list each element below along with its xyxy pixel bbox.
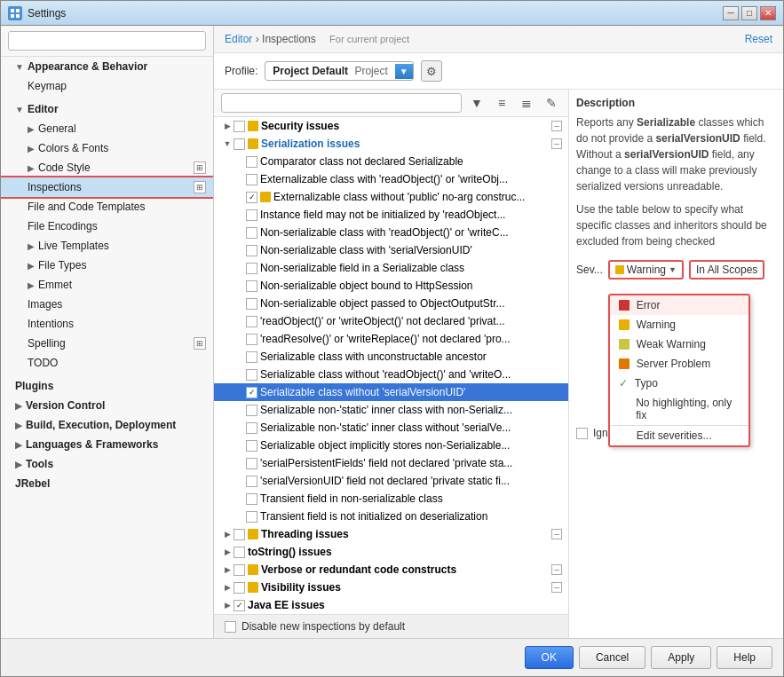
check-serialpersistent[interactable]	[246, 458, 257, 469]
tree-row-without-readwrite[interactable]: Serializable class without 'readObject()…	[214, 366, 568, 383]
check-nonseria-readobj[interactable]	[246, 227, 257, 239]
sidebar-search-input[interactable]	[8, 31, 206, 51]
expand-visibility[interactable]: ▶	[221, 581, 234, 594]
sidebar-item-images[interactable]: Images	[1, 295, 213, 314]
check-readresolve[interactable]	[246, 334, 257, 345]
tree-row-nonstatic-nonseria[interactable]: Serializable non-'static' inner class wi…	[214, 401, 568, 419]
sidebar-item-todo[interactable]: TODO	[1, 353, 213, 373]
sidebar-item-plugins[interactable]: Plugins	[1, 376, 213, 396]
check-threading[interactable]	[234, 529, 245, 540]
sidebar-item-jrebel[interactable]: JRebel	[1, 474, 213, 493]
dropdown-item-no-highlighting[interactable]: No highlighting, only fix	[610, 393, 748, 425]
sidebar-item-colors-fonts[interactable]: ▶ Colors & Fonts	[1, 138, 213, 158]
tree-row-nonseria-field[interactable]: Non-serializable field in a Serializable…	[214, 259, 568, 277]
sidebar-item-file-code-templates[interactable]: File and Code Templates	[1, 197, 213, 216]
check-nonstatic-nouid[interactable]	[246, 422, 257, 434]
tree-row-ext-readobj[interactable]: Externalizable class with 'readObject()'…	[214, 170, 568, 188]
severity-button[interactable]: Warning ▼	[608, 260, 684, 279]
profile-dropdown-arrow[interactable]: ▼	[395, 64, 413, 79]
tree-row-transient-nonseria[interactable]: Transient field in non-serializable clas…	[214, 490, 568, 508]
tree-row-serialization[interactable]: ▼ Serialization issues ─	[214, 135, 568, 153]
filter-button[interactable]: ▼	[467, 93, 487, 113]
check-httpsession[interactable]	[246, 280, 257, 292]
tree-row-javaee[interactable]: ▶ Java EE issues	[214, 596, 568, 614]
check-transient-noinit[interactable]	[246, 511, 257, 523]
check-nonseria-field[interactable]	[246, 263, 257, 274]
check-instance-field[interactable]	[246, 209, 257, 221]
dropdown-item-error[interactable]: Error	[610, 295, 748, 315]
sidebar-item-general[interactable]: ▶ General	[1, 119, 213, 138]
apply-button[interactable]: Apply	[651, 646, 711, 669]
tree-row-unconstructable[interactable]: Serializable class with unconstructable …	[214, 348, 568, 366]
tree-row-transient-noinit[interactable]: Transient field is not initialized on de…	[214, 508, 568, 525]
expand-threading[interactable]: ▶	[221, 528, 234, 540]
sidebar-item-file-types[interactable]: ▶ File Types	[1, 256, 213, 275]
sidebar-item-file-encodings[interactable]: File Encodings	[1, 216, 213, 236]
tree-row-ext-noarg[interactable]: Externalizable class without 'public' no…	[214, 188, 568, 206]
tree-row-instance-field[interactable]: Instance field may not be initialized by…	[214, 206, 568, 224]
profile-gear-button[interactable]: ⚙	[421, 60, 442, 82]
sidebar-item-intentions[interactable]: Intentions	[1, 314, 213, 334]
tree-row-visibility[interactable]: ▶ Visibility issues ─	[214, 579, 568, 596]
check-nonstatic-nonseria[interactable]	[246, 405, 257, 416]
check-without-readwrite[interactable]	[246, 369, 257, 381]
check-serialization[interactable]	[234, 138, 245, 150]
check-ext-readobj[interactable]	[246, 174, 257, 185]
sidebar-item-emmet[interactable]: ▶ Emmet	[1, 275, 213, 295]
close-button[interactable]: ✕	[760, 6, 776, 20]
check-verbose[interactable]	[234, 564, 245, 576]
cancel-button[interactable]: Cancel	[579, 646, 645, 669]
sidebar-item-editor[interactable]: ▼ Editor	[1, 99, 213, 119]
check-comparator[interactable]	[246, 156, 257, 168]
check-uid-private[interactable]	[246, 476, 257, 487]
check-javaee[interactable]	[234, 600, 245, 611]
disable-inspections-checkbox[interactable]	[225, 621, 236, 633]
sidebar-item-keymap[interactable]: Keymap	[1, 76, 213, 96]
tree-row-implicitly-stores[interactable]: Serializable object implicitly stores no…	[214, 437, 568, 454]
dropdown-item-server-problem[interactable]: Server Problem	[610, 354, 748, 374]
tree-row-readobj-private[interactable]: 'readObject()' or 'writeObject()' not de…	[214, 312, 568, 330]
tree-row-objectoutput[interactable]: Non-serializable object passed to Object…	[214, 295, 568, 312]
check-ext-noarg[interactable]	[246, 192, 257, 203]
sidebar-item-tools[interactable]: ▶ Tools	[1, 454, 213, 474]
tree-row-comparator[interactable]: Comparator class not declared Serializab…	[214, 153, 568, 170]
tree-row-without-uid[interactable]: Serializable class without 'serialVersio…	[214, 383, 568, 401]
check-unconstructable[interactable]	[246, 351, 257, 363]
sidebar-item-code-style[interactable]: ▶ Code Style ⊞	[1, 158, 213, 177]
check-nonseria-uid[interactable]	[246, 245, 257, 256]
reset-button[interactable]: Reset	[745, 33, 772, 45]
dropdown-item-warning[interactable]: Warning	[610, 315, 748, 335]
sidebar-item-build-exec[interactable]: ▶ Build, Execution, Deployment	[1, 415, 213, 435]
tree-row-tostring[interactable]: ▶ toString() issues	[214, 543, 568, 561]
check-objectoutput[interactable]	[246, 298, 257, 310]
maximize-button[interactable]: □	[741, 6, 757, 20]
sidebar-item-live-templates[interactable]: ▶ Live Templates	[1, 236, 213, 256]
tree-row-httpsession[interactable]: Non-serializable object bound to HttpSes…	[214, 277, 568, 295]
tree-row-readresolve[interactable]: 'readResolve()' or 'writeReplace()' not …	[214, 330, 568, 348]
expand-all-button[interactable]: ≡	[492, 93, 511, 113]
sidebar-item-languages[interactable]: ▶ Languages & Frameworks	[1, 435, 213, 454]
tree-row-threading[interactable]: ▶ Threading issues ─	[214, 525, 568, 543]
sidebar-item-version-control[interactable]: ▶ Version Control	[1, 396, 213, 415]
expand-serialization[interactable]: ▼	[221, 138, 234, 150]
tree-row-verbose[interactable]: ▶ Verbose or redundant code constructs ─	[214, 561, 568, 579]
check-implicitly-stores[interactable]	[246, 440, 257, 452]
expand-security[interactable]: ▶	[221, 120, 234, 132]
expand-verbose[interactable]: ▶	[221, 563, 234, 576]
sidebar-item-appearance[interactable]: ▼ Appearance & Behavior	[1, 57, 213, 76]
check-tostring[interactable]	[234, 547, 245, 558]
edit-button[interactable]: ✎	[542, 93, 561, 113]
tree-row-nonstatic-nouid[interactable]: Serializable non-'static' inner class wi…	[214, 419, 568, 437]
help-button[interactable]: Help	[717, 646, 772, 669]
tree-row-nonseria-uid[interactable]: Non-serializable class with 'serialVersi…	[214, 241, 568, 259]
ignore-anon-checkbox[interactable]	[576, 428, 588, 439]
sidebar-item-spelling[interactable]: Spelling ⊞	[1, 334, 213, 353]
scope-button[interactable]: In All Scopes	[689, 260, 764, 279]
profile-dropdown[interactable]: Project Default Project ▼	[265, 61, 413, 81]
tree-row-security[interactable]: ▶ Security issues ─	[214, 117, 568, 135]
check-visibility[interactable]	[234, 582, 245, 594]
sidebar-item-inspections[interactable]: Inspections ⊞	[1, 177, 213, 197]
check-security[interactable]	[234, 121, 245, 132]
tree-row-serialpersistent[interactable]: 'serialPersistentFields' field not decla…	[214, 454, 568, 472]
check-transient-nonseria[interactable]	[246, 493, 257, 505]
